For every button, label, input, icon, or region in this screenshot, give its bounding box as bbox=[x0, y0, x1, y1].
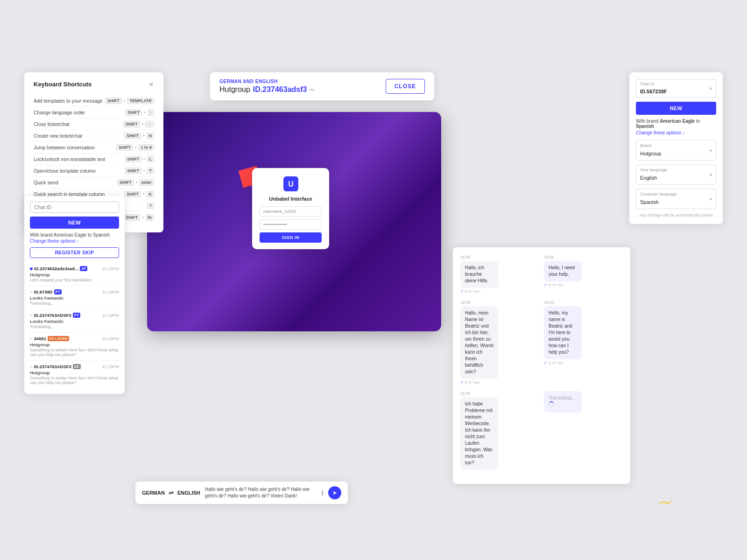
shortcut-keys: SHIFT+L bbox=[125, 156, 154, 162]
key-badge: SHIFT bbox=[124, 191, 141, 197]
settings-costumer-lang-value: Spanish bbox=[640, 199, 659, 205]
message-bubble-original: Hallo, ich brauche deine Hilfe. bbox=[460, 261, 498, 288]
shortcut-row: Add templates to your messageSHIFT+TEMPL… bbox=[34, 95, 154, 107]
info-icon[interactable]: ℹ bbox=[321, 489, 324, 497]
chat-item-brand: Hutgroup bbox=[30, 370, 119, 375]
key-badge: SHIFT bbox=[123, 121, 140, 127]
key-badge: T bbox=[147, 168, 155, 174]
settings-chat-id-row: Chat ID ID.567238F ▾ bbox=[636, 79, 716, 98]
shortcut-keys: SHIFT+N bbox=[124, 133, 154, 139]
send-icon[interactable]: ➤ bbox=[328, 486, 341, 499]
login-password-input[interactable] bbox=[260, 219, 322, 230]
chat-item-id-text: ID.6739D bbox=[34, 289, 53, 294]
chat-item-brand: Hutgroup bbox=[30, 272, 119, 277]
svg-text:U: U bbox=[288, 180, 294, 188]
shortcut-keys: SHIFT+1 to 9 bbox=[116, 144, 154, 151]
chat-item-id-text: 34561 bbox=[34, 336, 46, 341]
lang-badge: JP bbox=[80, 266, 87, 271]
list-item[interactable]: ~34561ES LATAM15:18PMHutgroupSomething i… bbox=[30, 333, 119, 361]
key-badge: L bbox=[147, 156, 155, 162]
chat-item-preview: Translating... bbox=[30, 301, 119, 306]
chat-item-time: 15:18PM bbox=[102, 266, 119, 271]
message-row: 15:08Hallo, mein Name ist Beatriz und ic… bbox=[460, 300, 623, 385]
settings-brand-label: Brand bbox=[640, 143, 712, 148]
shortcut-label: Open/close template column bbox=[34, 168, 96, 174]
message-row: 15:05Hallo, ich brauche deine Hilfe.✓⊙ 5… bbox=[460, 255, 623, 294]
trans-arrow-icon: ⇌ bbox=[169, 490, 174, 497]
lang-badge: PT bbox=[73, 313, 80, 318]
message-time-translated: 15:00 bbox=[544, 300, 623, 305]
header-lang-label: GERMAN AND ENGLISH bbox=[219, 79, 315, 84]
chat-item-id-text: ID.2374763ADSF3 bbox=[34, 364, 71, 369]
shortcut-keys: SHIFT+T bbox=[125, 168, 154, 174]
message-bubble-original: Ich habe Probleme mit meinem Werbecode. … bbox=[460, 397, 498, 470]
settings-brand-value: Hutgroup bbox=[640, 151, 661, 156]
login-logo: U bbox=[260, 176, 322, 193]
dot-indicator-icon: ~ bbox=[30, 313, 33, 318]
list-item[interactable]: ~ID.6739DPT15:18PMLooks FantasticTransla… bbox=[30, 286, 119, 309]
settings-change-options[interactable]: Change these options ↓ bbox=[636, 130, 716, 135]
key-badge: enter bbox=[139, 179, 154, 186]
lang-badge: DE bbox=[73, 364, 81, 369]
translation-bar: GERMAN ⇌ ENGLISH Hallo wie geht's dir? H… bbox=[135, 482, 348, 504]
auto-save-note: Any change will be automatically saved bbox=[636, 213, 716, 217]
message-speed: ✓⊙ 57 sec bbox=[460, 380, 539, 385]
shortcut-row: Close ticket/chatSHIFT+← bbox=[34, 119, 154, 130]
key-badge: SHIFT bbox=[125, 168, 141, 174]
chat-item-preview: Let's request your first translation bbox=[30, 278, 119, 282]
shortcut-keys: SHIFT+TEMPLATE bbox=[105, 98, 154, 104]
chat-list-panel: NEW With brand American Eagle to Spanish… bbox=[24, 196, 125, 394]
list-item[interactable]: ID.2374632ads3sad...JP15:18PMHutgroupLet… bbox=[30, 263, 119, 286]
chat-list-change-options[interactable]: Change these options › bbox=[30, 238, 119, 244]
chat-item-id-text: ID.2374632ads3sad... bbox=[34, 266, 78, 271]
costumer-lang-chevron-icon: ▾ bbox=[710, 196, 712, 202]
login-sign-in-button[interactable]: SIGN IN bbox=[260, 232, 322, 243]
brand-chevron-icon: ▾ bbox=[710, 148, 712, 153]
key-badge: fn bbox=[146, 214, 155, 221]
key-badge: SHIFT bbox=[123, 214, 140, 221]
header-info: GERMAN AND ENGLISH Hutgroup ID.237463ads… bbox=[219, 79, 315, 94]
translation-text: Hallo wie geht's dir? Hallo wie geht's d… bbox=[205, 486, 317, 499]
settings-costumer-lang-dropdown[interactable]: Costumer language Spanish ▾ bbox=[636, 189, 716, 209]
trans-lang-from: GERMAN bbox=[142, 490, 165, 496]
chevron-down-icon: ▾ bbox=[710, 86, 712, 91]
message-speed: ✓⊙ 57 sec bbox=[460, 289, 539, 294]
dot-indicator-icon bbox=[30, 267, 33, 270]
settings-your-lang-dropdown[interactable]: Your language English ▾ bbox=[636, 164, 716, 185]
login-username-input[interactable] bbox=[260, 206, 322, 217]
chat-item-brand: Looks Fantastic bbox=[30, 295, 119, 301]
shortcut-label: Lock/unlock non-translatable text bbox=[34, 156, 106, 162]
message-bubble-translated: Hello, I need your help. bbox=[544, 261, 582, 281]
register-skip-button[interactable]: REGISTER SKIP bbox=[30, 247, 119, 258]
your-lang-chevron-icon: ▾ bbox=[710, 172, 712, 177]
key-badge: SHIFT bbox=[117, 179, 134, 186]
key-badge: 1 to 9 bbox=[138, 144, 154, 151]
header-chat-id-link[interactable]: ID.237463adsf3 bbox=[253, 85, 307, 94]
dot-indicator-icon: ~ bbox=[30, 289, 33, 294]
chat-list-new-button[interactable]: NEW bbox=[30, 217, 119, 229]
message-speed-translated: ✓⊙ 57 sec bbox=[544, 361, 623, 365]
keyboard-shortcuts-close-icon[interactable]: ✕ bbox=[148, 81, 154, 88]
shortcut-label: Quick send bbox=[34, 180, 58, 185]
lang-badge: ES LATAM bbox=[48, 336, 69, 341]
list-item[interactable]: ~ID.2374763ADSF3DE15:18PMHutgroupSomethi… bbox=[30, 361, 119, 388]
chat-id-input[interactable] bbox=[30, 202, 119, 213]
message-time-original: 15:05 bbox=[460, 391, 539, 396]
settings-brand-name: American Eagle bbox=[660, 119, 695, 124]
message-bubble-translated: Hello, my name is Beatriz and I'm here t… bbox=[544, 306, 582, 359]
settings-chat-id-value: ID.567238F bbox=[640, 89, 667, 94]
edit-icon[interactable]: ✏ bbox=[310, 86, 315, 93]
settings-new-button[interactable]: NEW bbox=[636, 102, 716, 115]
key-badge: K bbox=[147, 191, 155, 197]
key-badge: SHIFT bbox=[105, 98, 122, 104]
shortcut-row: Change language orderSHIFT+↑ bbox=[34, 107, 154, 119]
dot-indicator-icon: ~ bbox=[30, 364, 33, 369]
shortcut-label: Jump between conversation bbox=[34, 145, 95, 150]
chat-item-brand: Looks Fantastic bbox=[30, 319, 119, 324]
message-time-translated: 15:06 bbox=[544, 255, 623, 259]
settings-brand-dropdown[interactable]: Brand Hutgroup ▾ bbox=[636, 140, 716, 161]
list-item[interactable]: ~ID.2374763ADSF3PT15:18PMLooks Fantastic… bbox=[30, 309, 119, 333]
chat-item-preview: Something is written here but I don't kn… bbox=[30, 376, 119, 385]
settings-costumer-lang-label: Costumer language bbox=[640, 192, 712, 196]
close-button[interactable]: CLOSE bbox=[386, 79, 425, 94]
